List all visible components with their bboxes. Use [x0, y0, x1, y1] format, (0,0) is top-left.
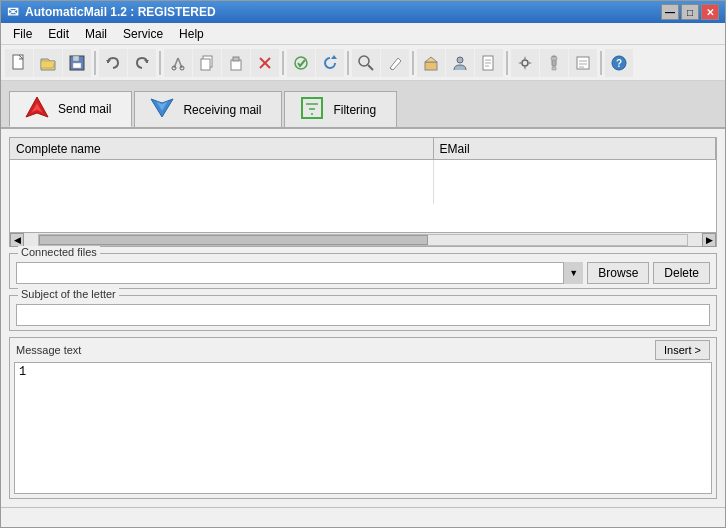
toolbar: ?: [1, 45, 725, 81]
title-bar: ✉ AutomaticMail 1.2 : REGISTERED — □ ✕: [1, 1, 725, 23]
toolbar-search-btn[interactable]: [352, 49, 380, 77]
subject-row: [16, 304, 710, 326]
toolbar-sep-5: [412, 51, 414, 75]
connected-files-group: Connected files ▼ Browse Delete: [9, 253, 717, 289]
message-header: Message text Insert >: [10, 338, 716, 360]
toolbar-sep-3: [282, 51, 284, 75]
tab-send-mail[interactable]: Send mail: [9, 91, 132, 127]
svg-rect-2: [73, 56, 79, 61]
svg-rect-42: [302, 98, 322, 118]
toolbar-log-btn[interactable]: [569, 49, 597, 77]
menu-item-mail[interactable]: Mail: [77, 25, 115, 43]
toolbar-help-btn[interactable]: ?: [605, 49, 633, 77]
browse-button[interactable]: Browse: [587, 262, 649, 284]
connected-files-select[interactable]: [16, 262, 583, 284]
tab-filter-label: Filtering: [333, 103, 376, 117]
horizontal-scrollbar[interactable]: ◀ ▶: [10, 232, 716, 246]
tab-bar: Send mail Receiving mail Fil: [1, 81, 725, 129]
title-controls: — □ ✕: [661, 4, 719, 20]
scroll-thumb: [39, 235, 428, 245]
menu-item-help[interactable]: Help: [171, 25, 212, 43]
svg-marker-17: [331, 55, 337, 59]
subject-input[interactable]: [16, 304, 710, 326]
minimize-button[interactable]: —: [661, 4, 679, 20]
toolbar-doc-btn[interactable]: [475, 49, 503, 77]
toolbar-user-btn[interactable]: [446, 49, 474, 77]
delete-button[interactable]: Delete: [653, 262, 710, 284]
svg-rect-31: [552, 67, 556, 70]
toolbar-save-btn[interactable]: [63, 49, 91, 77]
address-table: Complete name EMail: [9, 137, 717, 247]
toolbar-copy-btn[interactable]: [193, 49, 221, 77]
scroll-right-arrow[interactable]: ▶: [702, 233, 716, 247]
svg-rect-11: [201, 59, 210, 70]
toolbar-paste-btn[interactable]: [222, 49, 250, 77]
toolbar-sep-1: [94, 51, 96, 75]
tab-send-label: Send mail: [58, 102, 111, 116]
maximize-button[interactable]: □: [681, 4, 699, 20]
send-mail-icon: [24, 95, 50, 124]
toolbar-new-btn[interactable]: [5, 49, 33, 77]
menu-bar: File Edit Mail Service Help: [1, 23, 725, 45]
menu-item-file[interactable]: File: [5, 25, 40, 43]
svg-text:?: ?: [616, 58, 622, 69]
window-title: AutomaticMail 1.2 : REGISTERED: [25, 5, 216, 19]
col-header-email: EMail: [434, 138, 716, 159]
svg-marker-22: [425, 57, 437, 62]
toolbar-sep-2: [159, 51, 161, 75]
toolbar-redo-btn[interactable]: [128, 49, 156, 77]
svg-rect-3: [73, 63, 81, 68]
col-header-name: Complete name: [10, 138, 434, 159]
svg-point-23: [457, 57, 463, 63]
tab-filtering[interactable]: Filtering: [284, 91, 397, 127]
window-icon: ✉: [7, 4, 19, 20]
toolbar-sep-6: [506, 51, 508, 75]
table-row: [10, 160, 716, 182]
toolbar-open-btn[interactable]: [34, 49, 62, 77]
connected-files-row: ▼ Browse Delete: [16, 262, 710, 284]
menu-item-edit[interactable]: Edit: [40, 25, 77, 43]
toolbar-refresh-btn[interactable]: [316, 49, 344, 77]
scroll-track[interactable]: [38, 234, 688, 246]
toolbar-box-btn[interactable]: [417, 49, 445, 77]
scroll-left-arrow[interactable]: ◀: [10, 233, 24, 247]
svg-point-16: [295, 57, 307, 69]
toolbar-undo-btn[interactable]: [99, 49, 127, 77]
toolbar-sep-4: [347, 51, 349, 75]
subject-label: Subject of the letter: [18, 288, 119, 300]
tab-receive-label: Receiving mail: [183, 103, 261, 117]
toolbar-check-btn[interactable]: [287, 49, 315, 77]
connected-files-label: Connected files: [18, 246, 100, 258]
insert-button[interactable]: Insert >: [655, 340, 710, 360]
close-button[interactable]: ✕: [701, 4, 719, 20]
message-container: Message text Insert > 1: [9, 337, 717, 499]
status-bar: [1, 507, 725, 527]
menu-item-service[interactable]: Service: [115, 25, 171, 43]
subject-group: Subject of the letter: [9, 295, 717, 331]
toolbar-tools-btn[interactable]: [540, 49, 568, 77]
title-bar-left: ✉ AutomaticMail 1.2 : REGISTERED: [7, 4, 216, 20]
main-content: Complete name EMail: [1, 129, 725, 507]
toolbar-settings-btn[interactable]: [511, 49, 539, 77]
toolbar-sep-7: [600, 51, 602, 75]
svg-point-28: [522, 60, 528, 66]
toolbar-cut-btn[interactable]: [164, 49, 192, 77]
svg-line-19: [368, 65, 373, 70]
svg-rect-13: [233, 57, 239, 61]
table-row: [10, 182, 716, 204]
toolbar-delete-btn[interactable]: [251, 49, 279, 77]
connected-files-select-wrapper: ▼: [16, 262, 583, 284]
tab-receiving-mail[interactable]: Receiving mail: [134, 91, 282, 127]
receive-mail-icon: [149, 95, 175, 124]
svg-rect-21: [425, 62, 437, 70]
svg-point-18: [359, 56, 369, 66]
message-label: Message text: [16, 344, 81, 356]
address-table-body[interactable]: [10, 160, 716, 232]
main-window: ✉ AutomaticMail 1.2 : REGISTERED — □ ✕ F…: [0, 0, 726, 528]
filter-icon: [299, 95, 325, 124]
message-textarea[interactable]: 1: [14, 362, 712, 494]
toolbar-edit-pen-btn[interactable]: [381, 49, 409, 77]
address-table-header: Complete name EMail: [10, 138, 716, 160]
svg-rect-30: [551, 57, 557, 60]
